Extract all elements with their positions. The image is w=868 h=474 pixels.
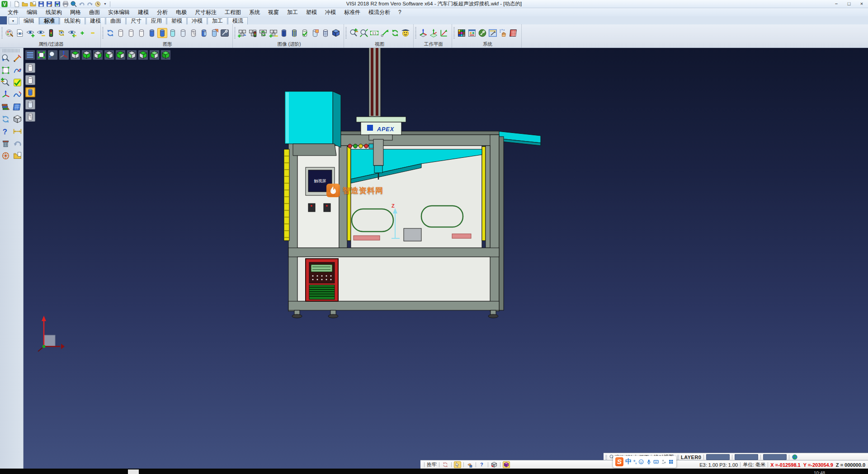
cylinder-check-icon[interactable] (300, 28, 310, 38)
tab-尺寸[interactable]: 尺寸 (126, 17, 146, 24)
tab-应用[interactable]: 应用 (146, 17, 166, 24)
layer-manager-icon[interactable] (1, 102, 10, 112)
view-refresh-icon[interactable] (1, 114, 10, 124)
tab-线架构[interactable]: 线架构 (60, 17, 85, 24)
layer-filter-0[interactable] (25, 63, 35, 73)
cylinder-navy-icon[interactable] (279, 28, 289, 38)
panel-blue-icon[interactable] (13, 102, 22, 112)
tab-编辑[interactable]: 编辑 (19, 17, 39, 24)
emoji-icon[interactable] (638, 459, 644, 465)
compass-cplane-icon[interactable] (1, 151, 10, 161)
layer-filter-3[interactable] (25, 100, 35, 109)
tab-加工[interactable]: 加工 (208, 17, 227, 24)
menu-item-编辑[interactable]: 编辑 (23, 8, 42, 16)
menu-item-网格[interactable]: 网格 (66, 8, 85, 16)
tab-塑模[interactable]: 塑模 (167, 17, 187, 24)
cube-left-button[interactable] (104, 50, 114, 60)
tab-模流[interactable]: 模流 (228, 17, 248, 24)
maximize-button[interactable]: □ (843, 0, 855, 8)
eye-remove-icon[interactable] (36, 28, 46, 38)
window-settings-icon[interactable] (488, 28, 498, 38)
confirm-check-icon[interactable] (13, 78, 22, 87)
wrench-display-icon[interactable] (220, 28, 230, 38)
status-help-icon[interactable]: ? (478, 461, 486, 468)
refresh-regen-icon[interactable] (390, 28, 400, 38)
layer-filter-1[interactable] (25, 75, 35, 85)
cube-back-button[interactable] (127, 50, 137, 60)
ime-menu-icon[interactable] (668, 459, 674, 465)
dock-grip-handle[interactable] (3, 49, 20, 52)
save-icon[interactable] (38, 0, 45, 8)
status-slot-button[interactable] (706, 454, 730, 460)
shade-face-icon[interactable] (401, 28, 410, 38)
menu-item-模流分析[interactable]: 模流分析 (364, 8, 394, 16)
help-query-icon[interactable]: ? (1, 127, 10, 136)
qat-options-icon[interactable]: ▼ (103, 2, 108, 5)
import-file-icon[interactable] (29, 0, 37, 8)
hand-pick-icon[interactable] (498, 28, 508, 38)
view-zoom-button[interactable] (47, 50, 58, 60)
cylinder-striped-icon[interactable] (289, 28, 299, 38)
view-fit-button[interactable] (36, 50, 47, 60)
globe-icon[interactable] (792, 454, 798, 460)
status-refresh-icon[interactable] (442, 461, 449, 468)
menu-item-曲面[interactable]: 曲面 (85, 8, 104, 16)
menu-item-系统[interactable]: 系统 (245, 8, 264, 16)
eye-toggle-icon[interactable] (67, 28, 77, 38)
delete-entity-icon[interactable] (1, 139, 10, 148)
menu-item-线架构[interactable]: 线架构 (42, 8, 66, 16)
cube-iso-solid-button[interactable] (160, 50, 171, 60)
cylinder-mesh-icon[interactable] (321, 28, 330, 38)
status-drop-icon[interactable] (466, 461, 473, 468)
menu-item-加工[interactable]: 加工 (283, 8, 302, 16)
page-eye-icon[interactable] (15, 28, 25, 38)
lock-label[interactable]: 拴牢 (427, 461, 437, 468)
tab-overflow-icon[interactable]: ▼ (9, 17, 18, 24)
tab-冲模[interactable]: 冲模 (187, 17, 207, 24)
cube-iso-2-button[interactable] (149, 50, 160, 60)
cubes-refresh-icon[interactable] (258, 28, 268, 38)
plus-green-icon[interactable] (77, 28, 87, 38)
status-slot-button[interactable] (735, 454, 758, 460)
cylinder-outline-icon[interactable] (126, 28, 136, 38)
cylinder-outline-icon[interactable] (116, 28, 126, 38)
preview-icon[interactable] (70, 0, 77, 8)
menu-item-?[interactable]: ? (394, 8, 406, 16)
cylinder-group-icon[interactable] (199, 28, 209, 38)
window-preview-icon[interactable] (467, 28, 477, 38)
save-as-icon[interactable] (46, 0, 53, 8)
settings-tools-icon[interactable] (477, 28, 487, 38)
cubes-toggle-icon[interactable] (269, 28, 278, 38)
shaded-cube-icon[interactable] (13, 114, 22, 124)
cplane-entity-icon[interactable] (429, 28, 439, 38)
fit-window-icon[interactable] (1, 66, 10, 75)
cylinder-blue-active-icon[interactable] (157, 28, 167, 38)
refresh-visibility-icon[interactable] (57, 28, 66, 38)
menu-item-分析[interactable]: 分析 (153, 8, 172, 16)
grid-calculator-icon[interactable] (509, 28, 519, 38)
app-logo-icon[interactable]: V (1, 0, 8, 8)
tab-曲面[interactable]: 曲面 (106, 17, 126, 24)
menu-item-冲模[interactable]: 冲模 (321, 8, 340, 16)
wcs-axes-icon[interactable] (1, 90, 10, 100)
measure-distance-icon[interactable] (13, 127, 22, 136)
print-icon[interactable] (62, 0, 69, 8)
spline-pen-icon[interactable] (13, 66, 22, 75)
layer-filter-4[interactable] (25, 112, 35, 122)
history-icon[interactable] (94, 0, 102, 8)
menu-item-工程图[interactable]: 工程图 (221, 8, 245, 16)
status-pick-icon[interactable] (454, 461, 461, 468)
menu-item-塑模[interactable]: 塑模 (302, 8, 321, 16)
refresh-blue-icon[interactable] (105, 28, 115, 38)
ime-language-toggle[interactable]: 中 (625, 458, 632, 466)
undo-step-icon[interactable] (13, 139, 22, 148)
cube-bottom-button[interactable] (81, 50, 92, 60)
cylinder-outline-icon[interactable] (137, 28, 146, 38)
keyboard-icon[interactable] (653, 459, 659, 465)
menu-item-视窗[interactable]: 视窗 (264, 8, 283, 16)
minimize-button[interactable]: − (830, 0, 843, 8)
cube-shaded-icon[interactable] (331, 28, 341, 38)
cube-top-button[interactable] (70, 50, 80, 60)
undo-icon[interactable] (78, 0, 85, 8)
zoom-inout-icon[interactable] (1, 78, 10, 87)
